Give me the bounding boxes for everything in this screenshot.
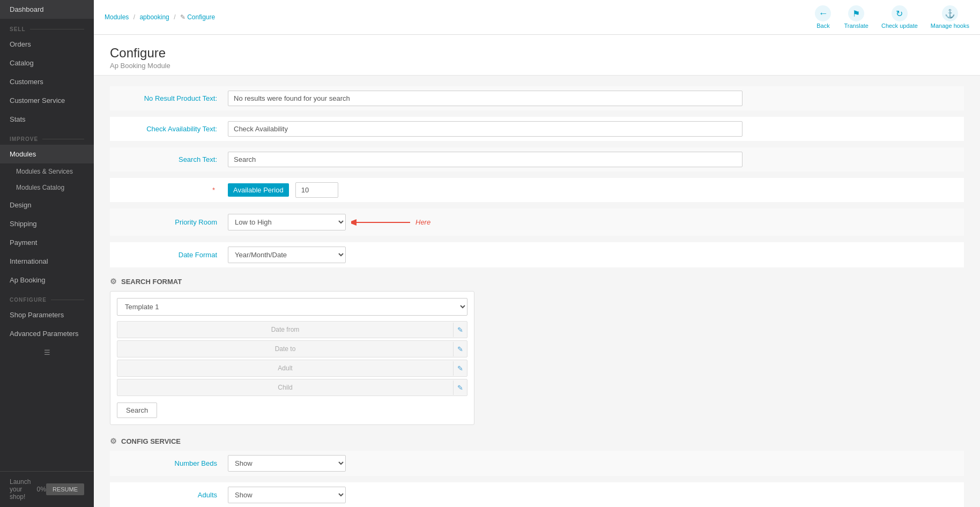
breadcrumb-configure[interactable]: Configure: [187, 13, 215, 21]
date-to-edit-icon[interactable]: ✎: [453, 342, 467, 356]
sidebar-subitem-modules-catalog[interactable]: Modules Catalog: [0, 180, 94, 196]
no-result-input[interactable]: [228, 91, 743, 106]
sidebar-item-shipping[interactable]: Shipping: [0, 214, 94, 233]
gear-icon-search: ⚙: [110, 277, 117, 286]
sidebar-bottom: Launch your shop! 0% RESUME: [0, 471, 94, 507]
sidebar-item-stats[interactable]: Stats: [0, 110, 94, 129]
search-text-label: Search Text:: [110, 155, 228, 163]
adults-select[interactable]: Show Hidden: [228, 487, 346, 503]
sidebar: Dashboard SELL Orders Catalog Customers …: [0, 0, 94, 507]
breadcrumb-apbooking[interactable]: apbooking: [139, 13, 169, 21]
back-label: Back: [816, 23, 829, 29]
sidebar-subitem-modules-services[interactable]: Modules & Services: [0, 163, 94, 180]
search-field-date-from: Date from ✎: [117, 321, 467, 338]
no-result-label: No Result Product Text:: [110, 94, 228, 102]
manage-hooks-action[interactable]: ⚓ Manage hooks: [931, 5, 969, 29]
config-service-section-header: ⚙ CONFIG SERVICE: [110, 437, 964, 445]
sidebar-menu-icon[interactable]: ☰: [0, 343, 94, 362]
check-availability-label: Check Availability Text:: [110, 125, 228, 133]
translate-action[interactable]: ⚑ Translate: [844, 5, 868, 29]
arrow-annotation: Here: [351, 216, 430, 229]
breadcrumb-sep1: /: [133, 13, 135, 21]
child-edit-icon[interactable]: ✎: [453, 381, 467, 395]
sidebar-item-shop-parameters[interactable]: Shop Parameters: [0, 305, 94, 324]
resume-button[interactable]: RESUME: [46, 483, 84, 495]
check-update-action[interactable]: ↻ Check update: [881, 5, 918, 29]
number-beds-select[interactable]: Show Hidden: [228, 455, 346, 472]
check-availability-input[interactable]: [228, 121, 743, 137]
template-select[interactable]: Template 1 Template 2 Template 3: [117, 298, 467, 316]
check-availability-row: Check Availability Text:: [110, 117, 964, 141]
sidebar-section-sell: SELL: [0, 19, 94, 35]
sidebar-item-ap-booking[interactable]: Ap Booking: [0, 271, 94, 289]
sidebar-item-design[interactable]: Design: [0, 196, 94, 214]
available-period-label: Available Period: [228, 183, 289, 197]
search-text-row: Search Text:: [110, 147, 964, 172]
red-arrow-svg: [351, 216, 415, 229]
sidebar-section-improve: IMPROVE: [0, 129, 94, 145]
date-format-select[interactable]: Year/Month/Date Month/Day/Year Day/Month…: [228, 247, 346, 263]
topbar-actions: ← Back ⚑ Translate ↻ Check update ⚓ Mana…: [815, 5, 969, 29]
sidebar-item-customers[interactable]: Customers: [0, 72, 94, 91]
content-area: No Result Product Text: Check Availabili…: [94, 76, 980, 507]
date-format-row: Date Format Year/Month/Date Month/Day/Ye…: [110, 242, 964, 267]
search-button[interactable]: Search: [117, 402, 157, 418]
refresh-icon: ↻: [892, 5, 908, 21]
gear-icon-config: ⚙: [110, 437, 117, 445]
date-to-label: Date to: [117, 341, 453, 357]
back-action[interactable]: ← Back: [815, 5, 831, 29]
launch-progress: 0%: [37, 486, 46, 493]
adult-label: Adult: [117, 360, 453, 376]
search-format-label: SEARCH FORMAT: [121, 278, 182, 286]
search-format-box: Template 1 Template 2 Template 3 Date fr…: [110, 291, 474, 425]
breadcrumb: Modules / apbooking / ✎ Configure: [105, 13, 215, 21]
adult-edit-icon[interactable]: ✎: [453, 361, 467, 376]
main-content: Modules / apbooking / ✎ Configure ← Back…: [94, 0, 980, 507]
available-period-row: * Available Period: [110, 178, 964, 202]
sidebar-item-customer-service[interactable]: Customer Service: [0, 91, 94, 110]
config-service-label: CONFIG SERVICE: [121, 437, 181, 445]
number-beds-row: Number Beds Show Hidden: [110, 451, 964, 476]
page-header: Configure Ap Booking Module: [94, 35, 980, 76]
priority-room-label: Priority Room: [110, 218, 228, 226]
translate-label: Translate: [844, 23, 868, 29]
date-from-label: Date from: [117, 322, 453, 338]
sidebar-item-advanced-parameters[interactable]: Advanced Parameters: [0, 324, 94, 343]
page-title: Configure: [110, 46, 964, 61]
search-field-date-to: Date to ✎: [117, 340, 467, 357]
date-from-edit-icon[interactable]: ✎: [453, 323, 467, 337]
search-format-section-header: ⚙ SEARCH FORMAT: [110, 277, 964, 286]
topbar: Modules / apbooking / ✎ Configure ← Back…: [94, 0, 980, 35]
sidebar-item-orders[interactable]: Orders: [0, 35, 94, 54]
back-icon: ←: [815, 5, 831, 21]
here-label: Here: [415, 218, 430, 226]
required-star: *: [212, 186, 215, 194]
breadcrumb-configure-icon: ✎: [180, 13, 185, 21]
search-field-child: Child ✎: [117, 379, 467, 396]
sidebar-item-international[interactable]: International: [0, 252, 94, 271]
priority-room-row: Priority Room Low to High High to Low De…: [110, 208, 964, 236]
sidebar-item-modules[interactable]: Modules: [0, 145, 94, 163]
available-period-form-label: *: [110, 186, 228, 194]
sidebar-item-dashboard[interactable]: Dashboard: [0, 0, 94, 19]
anchor-icon: ⚓: [942, 5, 958, 21]
no-result-row: No Result Product Text:: [110, 86, 964, 110]
search-text-input[interactable]: [228, 152, 743, 167]
date-format-label: Date Format: [110, 251, 228, 259]
translate-icon: ⚑: [848, 5, 864, 21]
number-beds-label: Number Beds: [110, 459, 228, 467]
breadcrumb-modules[interactable]: Modules: [105, 13, 129, 21]
check-update-label: Check update: [881, 23, 918, 29]
adults-label: Adults: [110, 491, 228, 499]
priority-room-select[interactable]: Low to High High to Low Default: [228, 214, 346, 230]
sidebar-section-configure: CONFIGURE: [0, 289, 94, 305]
sidebar-item-catalog[interactable]: Catalog: [0, 54, 94, 72]
template-select-row: Template 1 Template 2 Template 3: [117, 298, 467, 316]
child-label: Child: [117, 379, 453, 396]
launch-shop-label: Launch your shop!: [10, 478, 37, 501]
sidebar-item-payment[interactable]: Payment: [0, 233, 94, 252]
page-subtitle: Ap Booking Module: [110, 62, 964, 70]
search-field-adult: Adult ✎: [117, 360, 467, 377]
adults-row: Adults Show Hidden: [110, 482, 964, 507]
available-period-input[interactable]: [295, 182, 338, 198]
